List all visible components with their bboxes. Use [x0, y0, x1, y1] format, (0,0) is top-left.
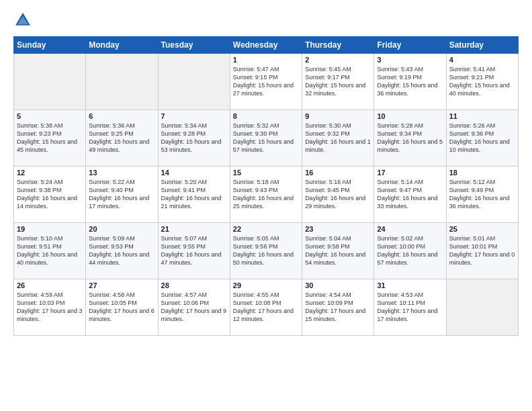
page: SundayMondayTuesdayWednesdayThursdayFrid… — [0, 0, 532, 411]
calendar-cell: 22Sunrise: 5:05 AMSunset: 9:56 PMDayligh… — [230, 223, 302, 279]
weekday-header: Tuesday — [158, 37, 230, 54]
calendar-cell: 24Sunrise: 5:02 AMSunset: 10:00 PMDaylig… — [374, 223, 446, 279]
day-info: Sunrise: 5:43 AMSunset: 9:19 PMDaylight:… — [377, 65, 443, 98]
calendar-cell: 10Sunrise: 5:28 AMSunset: 9:34 PMDayligh… — [374, 110, 446, 167]
calendar-cell: 14Sunrise: 5:20 AMSunset: 9:41 PMDayligh… — [158, 167, 230, 223]
day-info: Sunrise: 5:30 AMSunset: 9:32 PMDaylight:… — [305, 122, 371, 154]
logo-icon — [13, 11, 32, 30]
calendar-table: SundayMondayTuesdayWednesdayThursdayFrid… — [13, 36, 519, 336]
day-info: Sunrise: 5:47 AMSunset: 9:15 PMDaylight:… — [233, 65, 299, 98]
calendar-cell: 2Sunrise: 5:45 AMSunset: 9:17 PMDaylight… — [302, 54, 374, 110]
day-number: 27 — [89, 281, 154, 289]
day-info: Sunrise: 5:28 AMSunset: 9:34 PMDaylight:… — [377, 122, 443, 154]
day-number: 19 — [17, 225, 83, 233]
day-info: Sunrise: 5:20 AMSunset: 9:41 PMDaylight:… — [161, 178, 227, 211]
calendar-cell — [446, 279, 518, 336]
day-info: Sunrise: 5:09 AMSunset: 9:53 PMDaylight:… — [89, 234, 154, 267]
day-info: Sunrise: 4:59 AMSunset: 10:03 PMDaylight… — [17, 291, 83, 324]
weekday-header: Thursday — [302, 37, 374, 54]
calendar-cell: 5Sunrise: 5:38 AMSunset: 9:23 PMDaylight… — [14, 110, 86, 167]
day-info: Sunrise: 5:14 AMSunset: 9:47 PMDaylight:… — [377, 178, 443, 211]
day-info: Sunrise: 5:04 AMSunset: 9:58 PMDaylight:… — [305, 234, 371, 267]
calendar-cell: 13Sunrise: 5:22 AMSunset: 9:40 PMDayligh… — [86, 167, 158, 223]
calendar-cell — [14, 54, 86, 110]
day-info: Sunrise: 5:18 AMSunset: 9:43 PMDaylight:… — [233, 178, 299, 211]
day-number: 9 — [305, 112, 371, 120]
calendar-cell: 6Sunrise: 5:36 AMSunset: 9:25 PMDaylight… — [86, 110, 158, 167]
calendar-cell: 18Sunrise: 5:12 AMSunset: 9:49 PMDayligh… — [446, 167, 518, 223]
calendar-cell: 12Sunrise: 5:24 AMSunset: 9:38 PMDayligh… — [14, 167, 86, 223]
day-info: Sunrise: 5:10 AMSunset: 9:51 PMDaylight:… — [17, 234, 83, 267]
day-number: 18 — [449, 169, 515, 177]
day-info: Sunrise: 5:07 AMSunset: 9:55 PMDaylight:… — [161, 234, 227, 267]
calendar-cell: 11Sunrise: 5:26 AMSunset: 9:36 PMDayligh… — [446, 110, 518, 167]
calendar-cell: 9Sunrise: 5:30 AMSunset: 9:32 PMDaylight… — [302, 110, 374, 167]
calendar-cell: 23Sunrise: 5:04 AMSunset: 9:58 PMDayligh… — [302, 223, 374, 279]
weekday-header: Sunday — [14, 37, 86, 54]
logo — [13, 11, 35, 30]
day-number: 6 — [89, 112, 154, 120]
day-info: Sunrise: 4:53 AMSunset: 10:11 PMDaylight… — [377, 291, 443, 324]
day-number: 5 — [17, 112, 83, 120]
day-number: 24 — [377, 225, 443, 233]
day-info: Sunrise: 5:41 AMSunset: 9:21 PMDaylight:… — [449, 65, 515, 98]
day-info: Sunrise: 5:01 AMSunset: 10:01 PMDaylight… — [449, 234, 515, 267]
day-info: Sunrise: 4:57 AMSunset: 10:06 PMDaylight… — [161, 291, 227, 324]
calendar-cell: 4Sunrise: 5:41 AMSunset: 9:21 PMDaylight… — [446, 54, 518, 110]
weekday-header: Monday — [86, 37, 158, 54]
day-number: 20 — [89, 225, 154, 233]
day-info: Sunrise: 5:32 AMSunset: 9:30 PMDaylight:… — [233, 122, 299, 154]
weekday-header: Wednesday — [230, 37, 302, 54]
day-number: 3 — [377, 56, 443, 64]
day-number: 7 — [161, 112, 227, 120]
calendar-cell: 20Sunrise: 5:09 AMSunset: 9:53 PMDayligh… — [86, 223, 158, 279]
day-number: 21 — [161, 225, 227, 233]
day-number: 17 — [377, 169, 443, 177]
day-number: 14 — [161, 169, 227, 177]
calendar-cell: 21Sunrise: 5:07 AMSunset: 9:55 PMDayligh… — [158, 223, 230, 279]
day-number: 1 — [233, 56, 299, 64]
day-info: Sunrise: 5:16 AMSunset: 9:45 PMDaylight:… — [305, 178, 371, 211]
day-info: Sunrise: 4:58 AMSunset: 10:05 PMDaylight… — [89, 291, 154, 324]
day-number: 10 — [377, 112, 443, 120]
day-number: 25 — [449, 225, 515, 233]
calendar-cell: 15Sunrise: 5:18 AMSunset: 9:43 PMDayligh… — [230, 167, 302, 223]
day-number: 12 — [17, 169, 83, 177]
day-number: 31 — [377, 281, 443, 289]
calendar-cell: 7Sunrise: 5:34 AMSunset: 9:28 PMDaylight… — [158, 110, 230, 167]
calendar-cell: 1Sunrise: 5:47 AMSunset: 9:15 PMDaylight… — [230, 54, 302, 110]
day-number: 26 — [17, 281, 83, 289]
calendar-cell — [86, 54, 158, 110]
calendar-cell: 29Sunrise: 4:55 AMSunset: 10:08 PMDaylig… — [230, 279, 302, 336]
calendar-cell: 28Sunrise: 4:57 AMSunset: 10:06 PMDaylig… — [158, 279, 230, 336]
calendar-cell: 16Sunrise: 5:16 AMSunset: 9:45 PMDayligh… — [302, 167, 374, 223]
calendar-cell: 19Sunrise: 5:10 AMSunset: 9:51 PMDayligh… — [14, 223, 86, 279]
day-number: 11 — [449, 112, 515, 120]
weekday-header: Friday — [374, 37, 446, 54]
calendar-cell — [158, 54, 230, 110]
day-info: Sunrise: 5:22 AMSunset: 9:40 PMDaylight:… — [89, 178, 154, 211]
day-info: Sunrise: 4:54 AMSunset: 10:09 PMDaylight… — [305, 291, 371, 324]
calendar-cell: 26Sunrise: 4:59 AMSunset: 10:03 PMDaylig… — [14, 279, 86, 336]
day-info: Sunrise: 5:38 AMSunset: 9:23 PMDaylight:… — [17, 122, 83, 154]
calendar-cell: 30Sunrise: 4:54 AMSunset: 10:09 PMDaylig… — [302, 279, 374, 336]
header — [13, 11, 519, 30]
calendar-cell: 3Sunrise: 5:43 AMSunset: 9:19 PMDaylight… — [374, 54, 446, 110]
day-info: Sunrise: 5:34 AMSunset: 9:28 PMDaylight:… — [161, 122, 227, 154]
calendar-cell: 27Sunrise: 4:58 AMSunset: 10:05 PMDaylig… — [86, 279, 158, 336]
day-info: Sunrise: 5:05 AMSunset: 9:56 PMDaylight:… — [233, 234, 299, 267]
weekday-header: Saturday — [446, 37, 518, 54]
calendar-cell: 31Sunrise: 4:53 AMSunset: 10:11 PMDaylig… — [374, 279, 446, 336]
day-info: Sunrise: 5:26 AMSunset: 9:36 PMDaylight:… — [449, 122, 515, 154]
calendar-cell: 8Sunrise: 5:32 AMSunset: 9:30 PMDaylight… — [230, 110, 302, 167]
day-number: 16 — [305, 169, 371, 177]
day-info: Sunrise: 4:55 AMSunset: 10:08 PMDaylight… — [233, 291, 299, 324]
day-number: 29 — [233, 281, 299, 289]
day-number: 23 — [305, 225, 371, 233]
calendar-cell: 25Sunrise: 5:01 AMSunset: 10:01 PMDaylig… — [446, 223, 518, 279]
day-number: 30 — [305, 281, 371, 289]
day-number: 15 — [233, 169, 299, 177]
day-number: 13 — [89, 169, 154, 177]
day-info: Sunrise: 5:12 AMSunset: 9:49 PMDaylight:… — [449, 178, 515, 211]
day-number: 4 — [449, 56, 515, 64]
